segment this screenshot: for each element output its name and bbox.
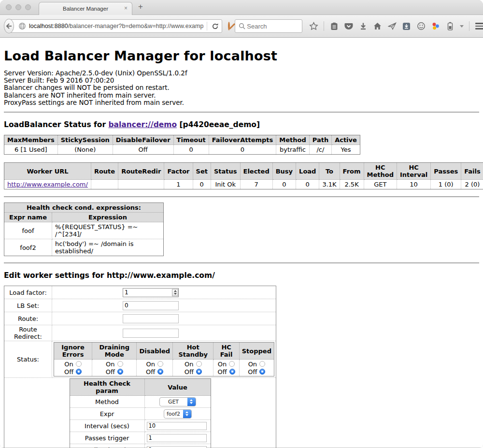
worker-url-link[interactable]: http://www.example.com/ [7, 181, 88, 188]
number-spinner-icon[interactable] [172, 289, 178, 296]
minimize-window-button[interactable] [15, 4, 21, 10]
passes-input[interactable] [147, 434, 207, 442]
off-label: Off [185, 368, 194, 376]
radio-off-selected[interactable] [117, 369, 123, 375]
select-arrows-icon [187, 397, 196, 406]
toolbar-separator-2 [469, 21, 469, 31]
on-label: On [106, 361, 114, 368]
home-icon[interactable] [373, 22, 382, 31]
edit-worker-heading: Edit worker settings for http://www.exam… [4, 271, 479, 280]
menu-hamburger-icon[interactable] [475, 22, 483, 31]
balancer-status-header-row: MaxMembers StickySession DisableFailover… [4, 135, 360, 145]
content-blocked-icon[interactable] [228, 22, 230, 30]
colored-dots-extension-icon[interactable] [431, 22, 440, 31]
passes-label: Passes trigger [70, 432, 144, 444]
col-ignore-errors: Ignore Errors [54, 343, 92, 360]
search-icon [238, 22, 246, 31]
workers-header-row: Worker URL Route RouteRedir Factor Set S… [4, 163, 483, 180]
method-select-value: GET [160, 399, 187, 405]
radio-on[interactable] [117, 361, 123, 367]
expr-label: Expr [70, 408, 144, 420]
load-factor-input[interactable] [123, 288, 179, 297]
radio-off-selected[interactable] [259, 369, 265, 375]
expr-select[interactable]: foof2 [164, 409, 192, 419]
device-battery-icon[interactable] [445, 22, 455, 31]
radio-off-selected[interactable] [196, 369, 202, 375]
zoom-window-button[interactable] [25, 4, 31, 10]
new-tab-button[interactable]: + [138, 2, 143, 12]
hc-params-table: Health Check param Value Method GET Expr [70, 378, 211, 448]
col-expr-name: Expr name [4, 213, 52, 222]
cell-route [91, 180, 118, 189]
close-window-button[interactable] [6, 4, 12, 10]
hc-param-row-expr: Expr foof2 [70, 408, 211, 420]
radio-on[interactable] [229, 361, 235, 367]
hc-expression-row: foof %{REQUEST_STATUS} =~ /^[234]/ [4, 222, 164, 239]
lb-set-input[interactable] [123, 301, 179, 310]
cell-factor: 1 [164, 180, 193, 189]
status-group-hot-standby: On Off [173, 360, 213, 376]
globe-icon [17, 22, 27, 31]
status-header-row: Ignore Errors Draining Mode Disabled Hot… [54, 343, 274, 360]
col-hot-standby: Hot Standby [173, 343, 213, 360]
downloads-icon[interactable] [358, 22, 368, 31]
cell-path: /c/ [309, 145, 331, 155]
radio-off-selected[interactable] [157, 369, 163, 375]
method-select[interactable]: GET [159, 397, 196, 406]
smiley-feedback-icon[interactable] [416, 22, 426, 31]
radio-on[interactable] [196, 361, 202, 367]
reload-icon[interactable] [211, 22, 220, 31]
page-content: Load Balancer Manager for localhost Serv… [0, 38, 483, 448]
cell-to: 3.1K [319, 180, 340, 189]
load-factor-label: Load factor: [4, 286, 52, 299]
status-group-hc-fail: On Off [213, 360, 239, 376]
method-label: Method [70, 396, 144, 408]
page-title: Load Balancer Manager for localhost [4, 38, 479, 70]
radio-on[interactable] [259, 361, 265, 367]
tab-close-icon[interactable]: × [124, 5, 128, 12]
chevron-down-icon[interactable] [460, 25, 464, 28]
send-plane-icon[interactable] [387, 22, 397, 31]
status-group-disabled: On Off [137, 360, 173, 376]
save-to-device-icon[interactable] [402, 22, 411, 31]
cell-busy: 0 [272, 180, 296, 189]
radio-off-selected[interactable] [229, 369, 235, 375]
form-row-lb-set: LB Set: [4, 299, 276, 312]
radio-on[interactable] [157, 361, 163, 367]
interval-label: Interval (secs) [70, 420, 144, 432]
select-arrows-icon [183, 409, 191, 419]
pocket-icon[interactable] [344, 22, 353, 31]
col-stickysession: StickySession [57, 135, 113, 145]
url-bar[interactable]: localhost:8880/balancer-manager?b=demo&w… [6, 19, 222, 33]
cell-expr-name: foof2 [4, 239, 52, 256]
lb-status-heading-prefix: LoadBalancer Status for [4, 120, 108, 129]
search-bar[interactable] [235, 19, 302, 33]
cell-active: Yes [332, 145, 360, 155]
on-label: On [218, 361, 227, 368]
off-label: Off [146, 368, 155, 376]
search-input[interactable] [246, 22, 296, 30]
fails-label: Fails trigger) [70, 444, 144, 448]
interval-input[interactable] [147, 422, 207, 430]
balancer-demo-link[interactable]: balancer://demo [108, 120, 177, 129]
col-disablefailover: DisableFailover [113, 135, 173, 145]
col-worker-url: Worker URL [4, 163, 91, 180]
toolbar-icons [309, 21, 483, 31]
urlbar-divider [207, 22, 207, 30]
browser-window: Balancer Manager × + localhost:8880/bala… [0, 0, 483, 448]
on-label: On [185, 361, 193, 368]
form-row-load-factor: Load factor: [4, 286, 276, 299]
radio-off-selected[interactable] [76, 369, 82, 375]
radio-on[interactable] [76, 361, 82, 367]
tab-balancer-manager[interactable]: Balancer Manager × [39, 2, 132, 15]
cell-hc-interval: 10 [397, 180, 430, 189]
bookmark-star-icon[interactable] [309, 22, 318, 31]
back-button[interactable] [4, 19, 14, 33]
fails-input[interactable] [147, 446, 207, 448]
route-input[interactable] [123, 314, 179, 323]
reading-list-icon[interactable] [329, 22, 339, 31]
route-redirect-input[interactable] [123, 329, 179, 338]
url-text[interactable]: localhost:8880/balancer-manager?b=demo&w… [29, 23, 203, 29]
on-label: On [248, 361, 257, 368]
hc-expression-row: foof2 hc('body') =~ /domain is establish… [4, 239, 164, 256]
